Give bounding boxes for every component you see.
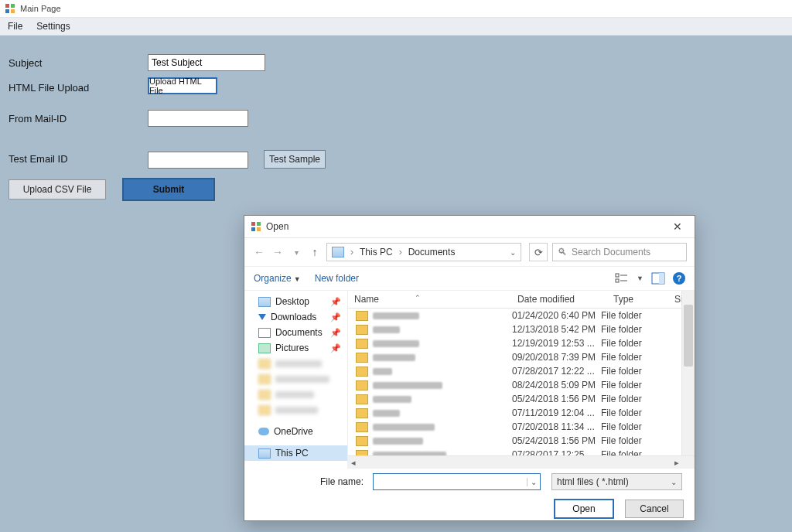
col-name[interactable]: Name — [348, 291, 511, 308]
table-row[interactable]: 07/11/2019 12:04 ...File folder — [348, 406, 695, 420]
col-type[interactable]: Type — [607, 291, 668, 308]
menu-settings[interactable]: Settings — [36, 21, 70, 32]
scroll-right-icon[interactable]: ▸ — [671, 457, 682, 468]
organize-menu[interactable]: Organize▼ — [254, 273, 301, 284]
chevron-down-icon: ▼ — [294, 275, 301, 283]
col-date[interactable]: Date modified — [511, 291, 607, 308]
folder-icon — [356, 367, 368, 377]
scrollbar-thumb[interactable] — [684, 305, 693, 367]
vertical-scrollbar[interactable] — [681, 291, 695, 469]
scroll-left-icon[interactable]: ◂ — [348, 457, 359, 468]
view-options-button[interactable] — [615, 272, 629, 285]
submit-button[interactable]: Submit — [122, 178, 215, 201]
svg-rect-0 — [5, 4, 9, 8]
test-sample-button[interactable]: Test Sample — [264, 150, 326, 169]
chevron-down-icon: ⌄ — [671, 478, 677, 486]
dialog-buttons: Open Cancel — [244, 495, 695, 523]
file-type-filter[interactable]: html files ( *.html) ⌄ — [551, 473, 682, 490]
table-row[interactable]: 12/13/2018 5:42 PMFile folder — [348, 322, 695, 336]
arrow-up-icon: ↑ — [312, 246, 318, 258]
refresh-button[interactable]: ⟳ — [529, 243, 548, 261]
tree-documents[interactable]: Documents📌 — [244, 325, 347, 340]
folder-icon — [356, 408, 368, 418]
table-row[interactable]: 05/24/2018 1:56 PMFile folder — [348, 434, 695, 448]
upload-csv-button[interactable]: Upload CSV File — [9, 179, 106, 200]
onedrive-icon — [258, 428, 269, 435]
breadcrumb-folder[interactable]: Documents — [408, 247, 456, 257]
folder-icon — [356, 422, 368, 432]
chevron-down-icon[interactable]: ⌄ — [527, 478, 540, 486]
table-row[interactable]: 07/28/2017 12:22 ...File folder — [348, 364, 695, 378]
breadcrumb-root[interactable]: This PC — [360, 247, 393, 257]
tree-onedrive[interactable]: OneDrive — [244, 424, 347, 439]
svg-rect-3 — [11, 9, 15, 13]
svg-rect-7 — [257, 227, 261, 231]
window-titlebar: Main Page — [0, 0, 792, 18]
dialog-cancel-button[interactable]: Cancel — [625, 500, 684, 518]
folder-icon — [356, 353, 368, 363]
file-date: 07/11/2019 12:04 ... — [512, 408, 601, 418]
window-title: Main Page — [20, 4, 61, 13]
nav-recent-button[interactable]: ▾ — [289, 245, 303, 259]
tree-downloads[interactable]: Downloads📌 — [244, 309, 347, 325]
preview-pane-button[interactable] — [651, 272, 665, 285]
table-row[interactable]: 05/24/2018 1:56 PMFile folder — [348, 392, 695, 406]
search-box[interactable]: 🔍︎ Search Documents — [552, 243, 687, 261]
horizontal-scrollbar[interactable]: ◂ ▸ — [348, 455, 695, 469]
svg-rect-9 — [616, 279, 619, 282]
table-row[interactable]: 07/20/2018 11:34 ...File folder — [348, 420, 695, 434]
list-header: Name ⌃ Date modified Type Si — [348, 291, 695, 309]
tree-item-redacted[interactable] — [244, 387, 347, 402]
subject-input[interactable] — [148, 54, 265, 71]
menu-file[interactable]: File — [8, 21, 22, 32]
folder-icon — [356, 339, 368, 349]
folder-icon — [356, 394, 368, 404]
from-mail-input[interactable] — [148, 110, 248, 127]
tree-pictures[interactable]: Pictures📌 — [244, 340, 347, 356]
nav-up-button[interactable]: ↑ — [308, 245, 322, 259]
organize-label: Organize — [254, 273, 292, 284]
file-date: 12/13/2018 5:42 PM — [512, 324, 601, 335]
tree-item-redacted[interactable] — [244, 402, 347, 418]
file-name-input[interactable] — [374, 476, 527, 487]
new-folder-button[interactable]: New folder — [315, 273, 359, 284]
tree-this-pc[interactable]: This PC — [244, 445, 347, 461]
open-file-dialog: Open ✕ ← → ▾ ↑ › This PC › Documents ⌄ ⟳… — [244, 215, 695, 521]
close-icon: ✕ — [673, 220, 682, 233]
chevron-down-icon[interactable]: ⌄ — [510, 248, 516, 257]
file-type: File folder — [601, 408, 655, 418]
tree-item-redacted[interactable] — [244, 356, 347, 371]
test-sample-button-label: Test Sample — [269, 154, 320, 165]
table-row[interactable]: 01/24/2020 6:40 PMFile folder — [348, 309, 695, 322]
chevron-down-icon[interactable]: ▼ — [637, 275, 644, 282]
file-date: 12/19/2019 12:53 ... — [512, 338, 601, 349]
dialog-open-button[interactable]: Open — [554, 499, 614, 519]
tree-desktop[interactable]: Desktop📌 — [244, 294, 347, 309]
folder-icon — [356, 380, 368, 390]
html-upload-label: HTML File Upload — [9, 82, 89, 94]
test-email-input[interactable] — [148, 152, 248, 169]
subject-label: Subject — [9, 57, 42, 69]
help-button[interactable]: ? — [673, 272, 685, 285]
tree-item-redacted[interactable] — [244, 371, 347, 387]
folder-icon — [258, 359, 271, 369]
address-bar[interactable]: › This PC › Documents ⌄ — [326, 243, 521, 261]
svg-rect-5 — [257, 222, 261, 226]
nav-tree: Desktop📌 Downloads📌 Documents📌 Pictures📌… — [244, 291, 348, 469]
svg-rect-8 — [616, 274, 619, 277]
pictures-icon — [258, 343, 271, 353]
nav-forward-button[interactable]: → — [271, 245, 285, 259]
svg-rect-1 — [11, 4, 15, 8]
help-icon: ? — [677, 274, 682, 283]
table-row[interactable]: 07/28/2017 12:25 ...File folder — [348, 448, 695, 455]
tree-network[interactable]: Network — [244, 467, 347, 469]
file-name-combo[interactable]: ⌄ — [373, 473, 541, 490]
folder-icon — [356, 325, 368, 335]
nav-back-button[interactable]: ← — [252, 245, 266, 259]
table-row[interactable]: 09/20/2018 7:39 PMFile folder — [348, 350, 695, 364]
dialog-close-button[interactable]: ✕ — [667, 218, 688, 235]
table-row[interactable]: 08/24/2018 5:09 PMFile folder — [348, 378, 695, 392]
file-name-redacted — [373, 424, 435, 431]
upload-html-button[interactable]: Upload HTML File — [148, 77, 217, 94]
table-row[interactable]: 12/19/2019 12:53 ...File folder — [348, 336, 695, 350]
